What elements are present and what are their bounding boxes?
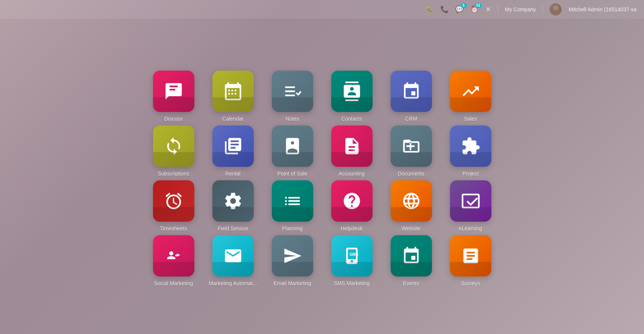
app-contacts[interactable]: Contacts <box>326 71 378 122</box>
marketingauto-label: Marketing Automat... <box>209 280 257 286</box>
user-name[interactable]: Mitchell Admin (16514037-sa <box>568 6 636 12</box>
app-sales[interactable]: Sales <box>444 71 497 122</box>
contacts-label: Contacts <box>341 116 362 122</box>
contacts-icon <box>331 71 373 112</box>
crm-icon <box>391 71 432 112</box>
app-socialmarketing[interactable]: Social Marketing <box>147 235 200 286</box>
svg-point-0 <box>553 5 558 11</box>
calendar-icon <box>212 71 254 112</box>
elearning-label: eLearning <box>459 225 482 231</box>
topbar: 🐛 📞 💬 5 ⏰ 33 ✕ My Company Mitchell Admin… <box>0 0 644 19</box>
crm-label: CRM <box>405 116 417 122</box>
project-label: Project <box>462 171 479 177</box>
svg-text:⚙: ⚙ <box>354 147 359 153</box>
notes-icon <box>272 71 313 112</box>
app-notes[interactable]: Notes <box>266 71 319 122</box>
marketingauto-icon <box>212 235 254 277</box>
app-project[interactable]: Project <box>444 125 497 177</box>
accounting-icon: ⚙ <box>331 125 373 167</box>
app-helpdesk[interactable]: Helpdesk <box>326 180 378 231</box>
socialmarketing-icon <box>153 235 194 277</box>
rental-label: Rental <box>225 171 240 177</box>
helpdesk-icon <box>331 180 373 222</box>
app-smsmarketing[interactable]: SMS SMS Marketing <box>326 235 378 286</box>
app-timesheets[interactable]: Timesheets <box>147 180 200 231</box>
pos-icon <box>272 125 313 167</box>
notes-label: Notes <box>285 116 299 122</box>
separator <box>498 5 498 14</box>
app-elearning[interactable]: eLearning <box>444 180 497 231</box>
events-icon <box>391 235 432 277</box>
documents-icon <box>391 125 432 167</box>
project-icon <box>450 125 491 167</box>
app-surveys[interactable]: Surveys <box>444 235 497 286</box>
svg-point-1 <box>551 10 560 15</box>
emailmarketing-label: Email Marketing <box>273 280 311 286</box>
helpdesk-label: Helpdesk <box>341 225 362 231</box>
website-icon <box>391 180 432 222</box>
website-label: Website <box>402 225 420 231</box>
app-rental[interactable]: Rental <box>207 125 259 177</box>
app-row-3: Timesheets Field Service Planning Helpde… <box>147 180 497 231</box>
app-emailmarketing[interactable]: Email Marketing <box>266 235 319 286</box>
rental-icon <box>212 125 254 167</box>
subscriptions-icon <box>153 125 194 167</box>
emailmarketing-icon <box>272 235 313 277</box>
timesheets-icon <box>153 180 194 222</box>
activity-badge: 33 <box>474 3 482 8</box>
app-marketingauto[interactable]: Marketing Automat... <box>207 235 259 286</box>
events-label: Events <box>403 280 419 286</box>
chat-badge-container[interactable]: 💬 5 <box>455 5 464 14</box>
separator2 <box>542 5 543 14</box>
app-discuss[interactable]: Discuss <box>147 71 200 122</box>
phone-icon[interactable]: 📞 <box>440 5 449 14</box>
company-name[interactable]: My Company <box>505 6 536 12</box>
app-row-2: Subscriptions Rental Point of Sale ⚙ Acc… <box>147 125 497 177</box>
smsmarketing-icon: SMS <box>331 235 373 277</box>
app-pos[interactable]: Point of Sale <box>266 125 319 177</box>
app-website[interactable]: Website <box>385 180 438 231</box>
documents-label: Documents <box>398 171 424 177</box>
discuss-icon <box>153 71 194 112</box>
surveys-label: Surveys <box>461 280 480 286</box>
app-calendar[interactable]: Calendar <box>207 71 259 122</box>
app-crm[interactable]: CRM <box>385 71 438 122</box>
calendar-label: Calendar <box>222 116 244 122</box>
app-subscriptions[interactable]: Subscriptions <box>147 125 200 177</box>
planning-label: Planning <box>282 225 303 231</box>
smsmarketing-label: SMS Marketing <box>334 280 370 286</box>
elearning-icon <box>450 180 491 222</box>
activity-badge-container[interactable]: ⏰ 33 <box>470 5 479 14</box>
sales-label: Sales <box>464 116 477 122</box>
app-row-4: Social Marketing Marketing Automat... Em… <box>147 235 497 286</box>
app-documents[interactable]: Documents <box>385 125 438 177</box>
surveys-icon <box>450 235 491 277</box>
timesheets-label: Timesheets <box>160 225 187 231</box>
fieldservice-label: Field Service <box>218 225 248 231</box>
app-events[interactable]: Events <box>385 235 438 286</box>
app-planning[interactable]: Planning <box>266 180 319 231</box>
avatar[interactable] <box>550 3 562 15</box>
accounting-label: Accounting <box>339 171 365 177</box>
debug-icon[interactable]: 🐛 <box>425 5 433 14</box>
planning-icon <box>272 180 313 222</box>
svg-point-4 <box>235 257 239 262</box>
fieldservice-icon <box>212 180 254 222</box>
chat-badge: 5 <box>461 3 467 8</box>
app-grid: Discuss Calendar Notes Contacts CRM <box>0 23 644 334</box>
settings-icon[interactable]: ✕ <box>485 5 491 14</box>
svg-text:SMS: SMS <box>349 252 358 257</box>
app-accounting[interactable]: ⚙ Accounting <box>326 125 378 177</box>
socialmarketing-label: Social Marketing <box>154 280 193 286</box>
subscriptions-label: Subscriptions <box>158 171 189 177</box>
app-fieldservice[interactable]: Field Service <box>207 180 259 231</box>
sales-icon <box>450 71 491 112</box>
pos-label: Point of Sale <box>277 171 307 177</box>
app-row-1: Discuss Calendar Notes Contacts CRM <box>147 71 497 122</box>
discuss-label: Discuss <box>164 116 183 122</box>
